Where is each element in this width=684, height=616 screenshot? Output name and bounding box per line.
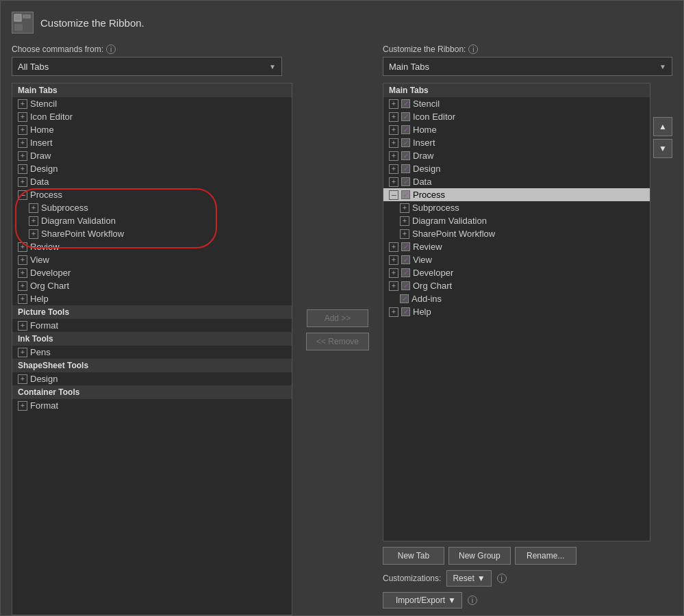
pens-label: Pens bbox=[30, 347, 51, 357]
right-item-view[interactable]: + View bbox=[383, 253, 650, 266]
r-view-check[interactable] bbox=[401, 255, 410, 264]
left-tree[interactable]: Main Tabs + Stencil + Icon Editor + Home bbox=[12, 83, 292, 615]
r-help-check[interactable] bbox=[401, 307, 410, 316]
import-export-dropdown[interactable]: Import/Export ▼ bbox=[383, 592, 462, 608]
left-item-process[interactable]: − Process bbox=[12, 188, 292, 201]
r-process-check[interactable] bbox=[401, 190, 410, 199]
right-item-addins[interactable]: Add-ins bbox=[383, 292, 650, 305]
left-dropdown[interactable]: All Tabs ▼ bbox=[12, 57, 282, 76]
right-item-diagram-validation[interactable]: + Diagram Validation bbox=[383, 214, 650, 227]
left-item-home[interactable]: + Home bbox=[12, 123, 292, 136]
r-insert-label: Insert bbox=[413, 138, 435, 148]
r-subprocess-expand: + bbox=[400, 203, 409, 213]
move-down-button[interactable]: ▼ bbox=[653, 139, 672, 158]
left-item-format-pic[interactable]: + Format bbox=[12, 319, 292, 332]
left-item-insert[interactable]: + Insert bbox=[12, 136, 292, 149]
right-item-org-chart[interactable]: + Org Chart bbox=[383, 279, 650, 292]
r-help-label: Help bbox=[413, 307, 431, 317]
right-dropdown[interactable]: Main Tabs ▼ bbox=[383, 57, 672, 76]
right-item-subprocess[interactable]: + Subprocess bbox=[383, 201, 650, 214]
right-item-design[interactable]: + Design bbox=[383, 162, 650, 175]
left-item-data[interactable]: + Data bbox=[12, 175, 292, 188]
data-label: Data bbox=[30, 177, 49, 187]
left-item-design[interactable]: + Design bbox=[12, 162, 292, 175]
r-home-label: Home bbox=[413, 125, 437, 135]
right-item-help[interactable]: + Help bbox=[383, 305, 650, 318]
right-item-data[interactable]: + Data bbox=[383, 175, 650, 188]
r-review-label: Review bbox=[413, 242, 442, 252]
left-info-icon[interactable]: i bbox=[106, 44, 116, 54]
left-item-diagram-validation[interactable]: + Diagram Validation bbox=[12, 214, 292, 227]
import-export-label: Import/Export bbox=[396, 595, 445, 605]
r-developer-label: Developer bbox=[413, 268, 453, 278]
design-label: Design bbox=[30, 164, 58, 174]
r-diagram-validation-expand: + bbox=[400, 216, 409, 226]
left-item-developer[interactable]: + Developer bbox=[12, 266, 292, 279]
left-item-help[interactable]: + Help bbox=[12, 292, 292, 305]
customizations-label: Customizations: bbox=[383, 574, 441, 583]
left-item-view[interactable]: + View bbox=[12, 253, 292, 266]
import-export-row: Import/Export ▼ i bbox=[383, 589, 672, 615]
r-stencil-label: Stencil bbox=[413, 99, 440, 109]
remove-button[interactable]: << Remove bbox=[306, 333, 369, 350]
r-developer-expand: + bbox=[389, 268, 398, 278]
right-item-insert[interactable]: + Insert bbox=[383, 136, 650, 149]
left-item-org-chart[interactable]: + Org Chart bbox=[12, 279, 292, 292]
sharepoint-workflow-label: SharePoint Workflow bbox=[41, 229, 124, 239]
right-item-stencil[interactable]: + Stencil bbox=[383, 97, 650, 110]
r-home-check[interactable] bbox=[401, 125, 410, 134]
r-org-chart-expand: + bbox=[389, 281, 398, 291]
r-help-expand: + bbox=[389, 307, 398, 317]
r-draw-check[interactable] bbox=[401, 151, 410, 160]
right-item-developer[interactable]: + Developer bbox=[383, 266, 650, 279]
right-dropdown-arrow: ▼ bbox=[659, 63, 666, 70]
add-button[interactable]: Add >> bbox=[307, 309, 368, 327]
right-tree[interactable]: Main Tabs + Stencil + Icon Editor + bbox=[383, 83, 650, 541]
home-expand: + bbox=[18, 125, 27, 135]
left-item-icon-editor[interactable]: + Icon Editor bbox=[12, 110, 292, 123]
r-org-chart-check[interactable] bbox=[401, 281, 410, 290]
new-group-button[interactable]: New Group bbox=[448, 547, 511, 565]
r-home-expand: + bbox=[389, 125, 398, 135]
stencil-label: Stencil bbox=[30, 99, 57, 109]
r-design-check[interactable] bbox=[401, 164, 410, 173]
right-item-draw[interactable]: + Draw bbox=[383, 149, 650, 162]
r-insert-check[interactable] bbox=[401, 138, 410, 147]
r-stencil-check[interactable] bbox=[401, 99, 410, 108]
left-item-review[interactable]: + Review bbox=[12, 240, 292, 253]
right-item-home[interactable]: + Home bbox=[383, 123, 650, 136]
subprocess-expand: + bbox=[29, 203, 38, 213]
diagram-validation-expand: + bbox=[29, 216, 38, 226]
import-export-arrow: ▼ bbox=[448, 595, 456, 605]
right-item-icon-editor[interactable]: + Icon Editor bbox=[383, 110, 650, 123]
rename-button[interactable]: Rename... bbox=[515, 547, 577, 565]
right-label-row: Customize the Ribbon: i bbox=[383, 44, 672, 54]
right-info-icon[interactable]: i bbox=[468, 44, 478, 54]
move-up-button[interactable]: ▲ bbox=[653, 117, 672, 136]
reset-info-icon[interactable]: i bbox=[497, 574, 507, 583]
left-dropdown-value: All Tabs bbox=[18, 62, 49, 72]
left-item-sharepoint-workflow[interactable]: + SharePoint Workflow bbox=[12, 227, 292, 240]
import-export-info-icon[interactable]: i bbox=[468, 595, 477, 605]
left-item-pens[interactable]: + Pens bbox=[12, 346, 292, 359]
r-subprocess-label: Subprocess bbox=[412, 203, 459, 213]
org-chart-expand: + bbox=[18, 281, 27, 291]
r-icon-editor-check[interactable] bbox=[401, 112, 410, 121]
r-developer-check[interactable] bbox=[401, 268, 410, 277]
r-review-check[interactable] bbox=[401, 242, 410, 251]
reset-dropdown[interactable]: Reset ▼ bbox=[446, 570, 491, 587]
new-tab-button[interactable]: New Tab bbox=[383, 547, 444, 565]
stencil-expand: + bbox=[18, 99, 27, 109]
left-item-subprocess[interactable]: + Subprocess bbox=[12, 201, 292, 214]
r-addins-check[interactable] bbox=[400, 294, 409, 303]
left-item-stencil[interactable]: + Stencil bbox=[12, 97, 292, 110]
left-item-design-ss[interactable]: + Design bbox=[12, 372, 292, 385]
right-item-sharepoint-workflow[interactable]: + SharePoint Workflow bbox=[383, 227, 650, 240]
right-bottom-buttons-row: New Tab New Group Rename... bbox=[383, 541, 672, 567]
r-data-check[interactable] bbox=[401, 177, 410, 186]
left-item-format-ct[interactable]: + Format bbox=[12, 399, 292, 412]
format-ct-expand: + bbox=[18, 401, 27, 411]
right-item-review[interactable]: + Review bbox=[383, 240, 650, 253]
right-item-process[interactable]: − Process bbox=[383, 188, 650, 201]
left-item-draw[interactable]: + Draw bbox=[12, 149, 292, 162]
